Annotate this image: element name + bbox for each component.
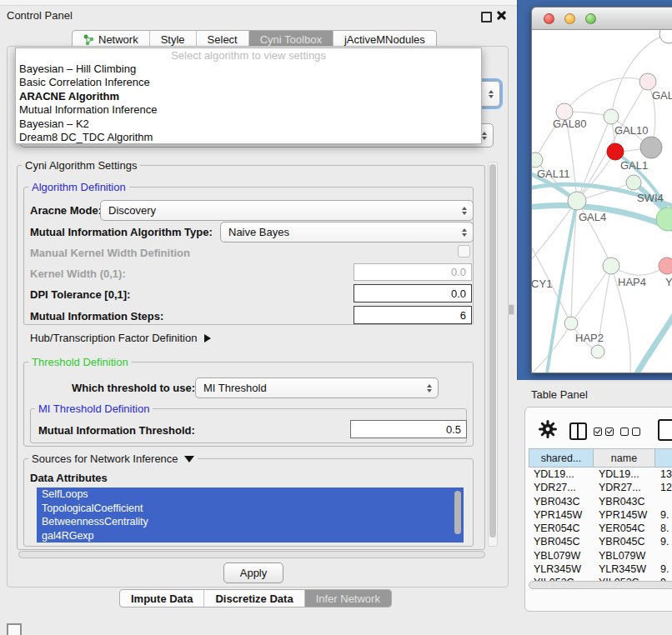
dpi-tolerance-label: DPI Tolerance [0,1]: bbox=[30, 288, 130, 301]
network-edge[interactable] bbox=[611, 34, 669, 117]
settings-horizontal-scrollbar[interactable] bbox=[18, 551, 485, 558]
network-edge[interactable] bbox=[564, 78, 648, 112]
list-scrollbar-thumb[interactable] bbox=[454, 491, 461, 534]
show-columns-button[interactable] bbox=[569, 422, 587, 440]
table-cell: 9. bbox=[655, 508, 672, 522]
close-icon[interactable] bbox=[496, 10, 507, 21]
network-node-hap4[interactable] bbox=[603, 258, 619, 274]
hub-definition-toggle[interactable]: Hub/Transcription Factor Definition bbox=[30, 332, 211, 344]
tab-impute-data[interactable]: Impute Data bbox=[120, 590, 203, 607]
close-window-icon[interactable] bbox=[544, 13, 554, 24]
table-row[interactable]: YBR043CYBR043C bbox=[529, 495, 672, 508]
node-table: YDL19...YDL19...13YDR27...YDR27...12YBR0… bbox=[529, 468, 672, 590]
mi-type-label: Mutual Information Algorithm Type: bbox=[30, 226, 213, 238]
settings-vscroll-thumb[interactable] bbox=[489, 164, 496, 538]
data-attribute-item[interactable]: BetweennessCentrality bbox=[37, 515, 464, 529]
which-threshold-combo[interactable]: MI Threshold bbox=[195, 378, 439, 398]
bottom-tab-bar: Impute Data Discretize Data Infer Networ… bbox=[119, 589, 392, 608]
mi-threshold-field[interactable]: 0.5 bbox=[350, 420, 467, 438]
table-row[interactable]: YER054CYER054C8. bbox=[529, 522, 672, 535]
network-node-y[interactable] bbox=[659, 258, 672, 274]
network-node-gal10[interactable] bbox=[604, 109, 619, 124]
tab-cyni-toolbox[interactable]: Cyni Toolbox bbox=[248, 31, 333, 48]
apply-button[interactable]: Apply bbox=[223, 562, 283, 583]
tab-select[interactable]: Select bbox=[196, 31, 248, 48]
column-header-name[interactable]: name bbox=[594, 448, 655, 468]
network-edge[interactable] bbox=[571, 266, 611, 323]
float-panel-icon[interactable] bbox=[481, 12, 492, 22]
which-threshold-value: MI Threshold bbox=[203, 382, 438, 394]
algorithm-option[interactable]: Bayesian – Hill Climbing bbox=[16, 62, 481, 76]
table-cell: YDR27... bbox=[529, 481, 594, 494]
table-row[interactable]: YBL079WYBL079W bbox=[529, 549, 672, 562]
new-table-icon[interactable] bbox=[658, 419, 672, 441]
table-cell: YDL19... bbox=[594, 468, 655, 481]
mi-steps-field[interactable]: 6 bbox=[354, 306, 472, 324]
deselect-all-checkbox-icon[interactable] bbox=[620, 428, 629, 436]
zoom-window-icon[interactable] bbox=[585, 13, 596, 24]
network-window-titlebar[interactable] bbox=[532, 8, 672, 30]
table-row[interactable]: YDL19...YDL19...13 bbox=[529, 468, 672, 481]
select-all-checkbox-icon[interactable] bbox=[605, 428, 614, 436]
sources-legend[interactable]: Sources for Network Inference bbox=[28, 452, 198, 465]
node-label: GCY1 bbox=[532, 278, 552, 290]
network-node[interactable] bbox=[591, 345, 604, 358]
table-horizontal-scrollbar[interactable] bbox=[529, 581, 672, 589]
threshold-definition-legend: Threshold Definition bbox=[28, 356, 132, 368]
tab-select-label: Select bbox=[208, 33, 238, 46]
algorithm-option[interactable]: ARACNE Algorithm bbox=[16, 90, 481, 103]
algorithm-option[interactable]: Bayesian – K2 bbox=[16, 118, 481, 131]
table-row[interactable]: YBR045CYBR045C9. bbox=[529, 535, 672, 548]
data-attributes-list[interactable]: SelfLoopsTopologicalCoefficientBetweenne… bbox=[37, 488, 464, 542]
algorithm-option[interactable]: Dream8 DC_TDC Algorithm bbox=[16, 131, 481, 144]
column-header-shared[interactable]: shared... bbox=[529, 448, 594, 468]
split-divider-handle[interactable] bbox=[509, 305, 514, 314]
dpi-tolerance-field[interactable]: 0.0 bbox=[354, 284, 472, 302]
screen: Control Panel Network Style Select Cyni … bbox=[0, 0, 672, 635]
network-canvas[interactable]: GALGAL80GAL10GAL1GAL11SWI4GAL4GCY1HAP4YH… bbox=[532, 30, 672, 373]
hub-definition-label: Hub/Transcription Factor Definition bbox=[30, 332, 197, 344]
select-all-checkbox-icon[interactable] bbox=[594, 428, 602, 436]
algorithm-option[interactable]: Mutual Information Inference bbox=[16, 103, 481, 117]
network-node-gal1[interactable] bbox=[607, 143, 624, 160]
table-row[interactable]: YPR145WYPR145W9. bbox=[529, 508, 672, 522]
aracne-mode-combo[interactable]: Discovery bbox=[100, 200, 474, 221]
tab-discretize-data[interactable]: Discretize Data bbox=[203, 590, 303, 607]
network-node[interactable] bbox=[640, 137, 662, 158]
mi-type-combo[interactable]: Naive Bayes bbox=[220, 222, 474, 242]
node-label: GAL4 bbox=[579, 211, 606, 223]
table-row[interactable]: YLR345WYLR345W9. bbox=[529, 562, 672, 576]
tab-infer-network-label: Infer Network bbox=[316, 592, 380, 605]
tab-jactivemnodules[interactable]: jActiveMNodules bbox=[333, 31, 436, 48]
tab-network[interactable]: Network bbox=[73, 31, 149, 48]
minimize-window-icon[interactable] bbox=[564, 13, 575, 24]
network-window[interactable]: GALGAL80GAL10GAL1GAL11SWI4GAL4GCY1HAP4YH… bbox=[531, 7, 672, 373]
data-attribute-item[interactable]: gal4RGexp bbox=[37, 529, 464, 543]
collapsed-widget[interactable] bbox=[7, 623, 22, 635]
tab-infer-network[interactable]: Infer Network bbox=[304, 590, 391, 607]
column-header-third[interactable]: A bbox=[655, 448, 672, 468]
network-node-hap2[interactable] bbox=[564, 317, 578, 330]
data-attribute-item[interactable]: SelfLoops bbox=[37, 488, 464, 502]
network-edge-thick[interactable] bbox=[637, 313, 672, 373]
table-row[interactable]: YDR27...YDR27...12 bbox=[529, 481, 672, 494]
table-cell: YPR145W bbox=[594, 508, 655, 522]
gear-icon bbox=[539, 420, 557, 438]
network-node[interactable] bbox=[656, 208, 672, 231]
network-node[interactable] bbox=[659, 30, 672, 43]
settings-vertical-scrollbar[interactable] bbox=[488, 162, 498, 547]
data-attribute-item[interactable]: TopologicalCoefficient bbox=[37, 502, 464, 516]
kernel-width-field: 0.0 bbox=[354, 263, 472, 281]
manual-kernel-checkbox[interactable] bbox=[458, 245, 470, 258]
network-node-gal[interactable] bbox=[639, 73, 656, 90]
network-node-gal4[interactable] bbox=[568, 192, 586, 210]
table-settings-button[interactable] bbox=[539, 420, 557, 442]
collapsed-arrow-icon bbox=[204, 334, 211, 342]
network-node-swi4[interactable] bbox=[626, 175, 641, 190]
table-cell: YBL079W bbox=[529, 549, 594, 562]
tab-style[interactable]: Style bbox=[149, 31, 196, 48]
deselect-all-checkbox-icon[interactable] bbox=[632, 428, 640, 436]
aracne-mode-label: Aracne Mode: bbox=[30, 204, 102, 217]
network-node-gal11[interactable] bbox=[532, 152, 543, 168]
algorithm-option[interactable]: Basic Correlation Inference bbox=[16, 76, 481, 89]
